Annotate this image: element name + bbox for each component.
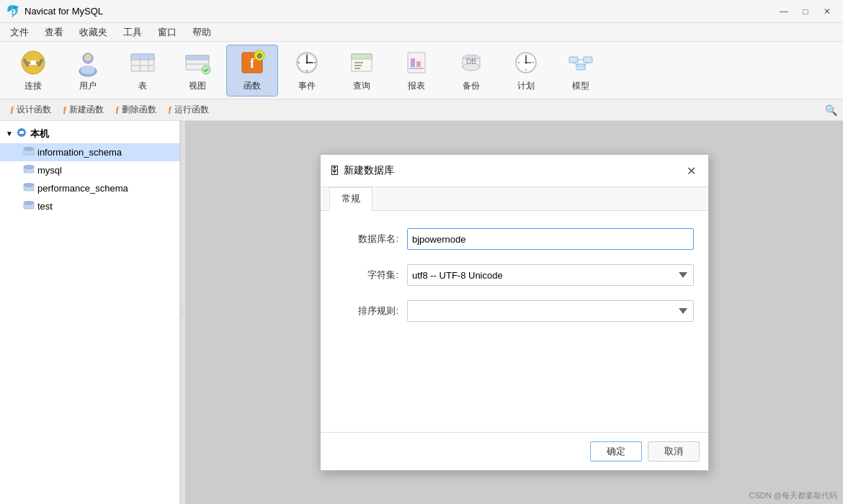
search-icon[interactable]: 🔍 [825, 104, 837, 116]
svg-point-50 [525, 62, 527, 64]
design-function-icon: ƒ [10, 104, 14, 115]
toolbar-function[interactable]: f ⚙ 函数 [226, 45, 278, 96]
db-name-information-schema: information_schema [37, 147, 122, 158]
svg-point-27 [306, 62, 308, 64]
window-controls: — □ ✕ [774, 4, 837, 19]
svg-rect-62 [19, 131, 24, 134]
toolbar-query[interactable]: 查询 [336, 45, 388, 96]
svg-point-70 [24, 202, 33, 205]
db-name-performance-schema: performance_schema [37, 183, 128, 194]
sidebar: ▼ 本机 information_schema [0, 121, 180, 504]
sidebar-divider[interactable]: ⋮ [180, 121, 186, 504]
svg-point-18 [202, 66, 210, 74]
menu-view[interactable]: 查看 [37, 24, 71, 40]
dialog-tab-general-label: 常规 [342, 193, 360, 204]
sidebar-item-test[interactable]: test [0, 197, 179, 215]
sidebar-item-performance-schema[interactable]: performance_schema [0, 179, 179, 197]
new-database-dialog: 🗄 新建数据库 ✕ 常规 数据库名: [320, 154, 709, 471]
menu-help[interactable]: 帮助 [185, 24, 218, 40]
sidebar-section: ▼ 本机 information_schema [0, 121, 179, 218]
action-run-function[interactable]: ƒ 运行函数 [164, 102, 213, 117]
toolbar-schedule[interactable]: 计划 [500, 45, 552, 96]
action-bar: ƒ 设计函数 ƒ 新建函数 ƒ 删除函数 ƒ 运行函数 🔍 [0, 99, 843, 121]
report-icon [402, 48, 431, 77]
connect-label: 连接 [24, 80, 42, 92]
svg-rect-11 [131, 54, 154, 60]
toolbar-backup[interactable]: DB 备份 [445, 45, 497, 96]
new-function-label: 新建函数 [69, 104, 104, 116]
db-icon-performance-schema [23, 181, 35, 195]
toolbar-user[interactable]: 用户 [62, 45, 114, 96]
confirm-button[interactable]: 确定 [590, 441, 642, 462]
toolbar-table[interactable]: 表 [117, 45, 169, 96]
menu-window[interactable]: 窗口 [151, 24, 184, 40]
app-icon: 🐬 [6, 4, 20, 18]
charset-label: 字符集: [335, 269, 407, 282]
maximize-button[interactable]: □ [795, 4, 816, 19]
view-label: 视图 [189, 80, 206, 92]
toolbar-connect[interactable]: 连接 [7, 45, 59, 96]
dialog-footer: 确定 取消 [321, 432, 708, 470]
arrow-down-icon: ▼ [6, 130, 13, 138]
function-label: 函数 [244, 80, 261, 92]
sidebar-item-mysql[interactable]: mysql [0, 161, 179, 179]
title-bar-left: 🐬 Navicat for MySQL [6, 4, 103, 18]
toolbar: 连接 用户 表 [0, 42, 843, 99]
model-icon [566, 48, 595, 77]
db-icon-information-schema [23, 145, 35, 159]
toolbar-view[interactable]: 视图 [171, 45, 223, 96]
main-area: ▼ 本机 information_schema [0, 121, 843, 504]
svg-text:⚙: ⚙ [257, 53, 262, 60]
charset-select[interactable]: utf8 -- UTF-8 Unicode utf8mb4 -- UTF-8 U… [407, 264, 694, 286]
connect-icon [19, 48, 48, 77]
report-label: 报表 [408, 80, 425, 92]
svg-rect-38 [411, 58, 415, 67]
db-name-control [407, 228, 694, 250]
toolbar-model[interactable]: 模型 [555, 45, 607, 96]
backup-icon: DB [457, 48, 486, 77]
view-icon [183, 48, 212, 77]
action-design-function[interactable]: ƒ 设计函数 [6, 102, 55, 117]
dialog-close-button[interactable]: ✕ [682, 162, 700, 179]
collation-select[interactable] [407, 300, 694, 322]
menu-file[interactable]: 文件 [3, 24, 36, 40]
db-name-input[interactable] [407, 228, 694, 250]
dialog-title-text: 新建数据库 [344, 164, 394, 177]
dialog-title-icon: 🗄 [329, 165, 339, 176]
backup-label: 备份 [463, 80, 480, 92]
model-label: 模型 [572, 80, 589, 92]
menu-favorites[interactable]: 收藏夹 [72, 24, 115, 40]
action-delete-function[interactable]: ƒ 删除函数 [111, 102, 161, 117]
delete-function-icon: ƒ [115, 104, 120, 115]
form-row-collation: 排序规则: [335, 300, 694, 322]
run-function-icon: ƒ [168, 104, 172, 115]
toolbar-report[interactable]: 报表 [391, 45, 442, 96]
dialog-tab-general[interactable]: 常规 [329, 187, 373, 211]
menu-bar: 文件 查看 收藏夹 工具 窗口 帮助 [0, 23, 843, 42]
menu-tools[interactable]: 工具 [116, 24, 149, 40]
cancel-button[interactable]: 取消 [648, 441, 700, 462]
close-button[interactable]: ✕ [817, 4, 837, 19]
svg-point-64 [24, 148, 33, 151]
query-icon [347, 48, 376, 77]
action-new-function[interactable]: ƒ 新建函数 [58, 102, 108, 117]
db-icon-test [23, 199, 35, 213]
svg-rect-16 [186, 55, 209, 60]
svg-point-9 [81, 66, 95, 74]
design-function-label: 设计函数 [17, 104, 51, 116]
sidebar-item-information-schema[interactable]: information_schema [0, 143, 179, 161]
app-title: Navicat for MySQL [24, 6, 103, 17]
collation-control [407, 300, 694, 322]
schedule-label: 计划 [517, 80, 535, 92]
minimize-button[interactable]: — [774, 4, 794, 19]
dialog-tabs: 常规 [321, 187, 708, 211]
db-name-test: test [37, 201, 53, 212]
run-function-label: 运行函数 [174, 104, 209, 116]
svg-text:f: f [250, 56, 255, 71]
toolbar-event[interactable]: 事件 [281, 45, 333, 96]
db-name-label: 数据库名: [335, 233, 407, 246]
sidebar-connection-group[interactable]: ▼ 本机 [0, 124, 179, 143]
dialog-content: 数据库名: 字符集: utf8 -- UTF-8 Unicode utf8mb4… [321, 211, 708, 354]
table-icon [128, 48, 157, 77]
table-label: 表 [138, 80, 147, 92]
